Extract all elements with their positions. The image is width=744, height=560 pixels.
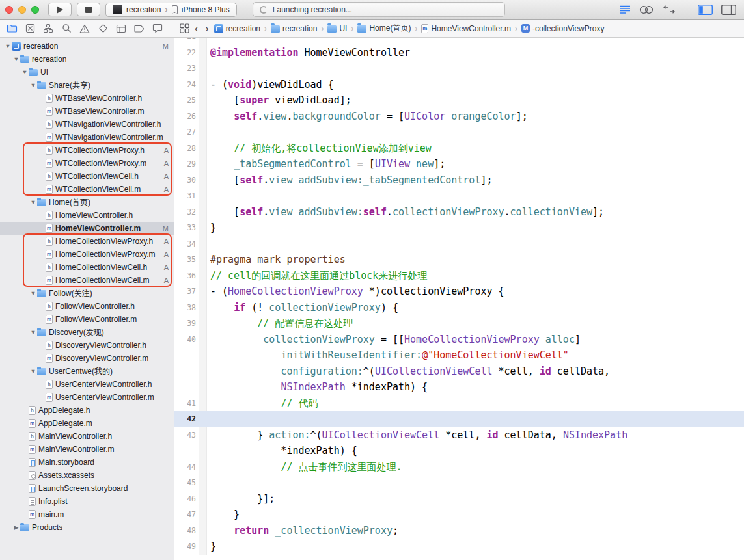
line-number[interactable]: 48: [174, 523, 199, 539]
tree-row[interactable]: mWTCollectionViewCell.mA: [0, 183, 174, 196]
line-number[interactable]: 26: [174, 109, 199, 125]
tree-row[interactable]: mMainViewController.m: [0, 443, 174, 456]
jumpbar-crumb[interactable]: Home(首页): [357, 23, 411, 34]
code-line[interactable]: 30 [self.view addSubview:_tabSegmentedCo…: [174, 172, 744, 189]
tree-row[interactable]: hAppDelegate.h: [0, 404, 174, 417]
tree-row[interactable]: mHomeCollectionViewProxy.mA: [0, 248, 174, 261]
project-navigator-icon[interactable]: [6, 23, 18, 34]
line-number[interactable]: 47: [174, 507, 199, 523]
code-line[interactable]: 22@implementation HomeViewController: [174, 45, 744, 61]
test-navigator-icon[interactable]: [97, 23, 109, 34]
tree-row[interactable]: Assets.xcassets: [0, 469, 174, 482]
tree-row[interactable]: hHomeCollectionViewProxy.hA: [0, 235, 174, 248]
tree-row[interactable]: hFollowViewController.h: [0, 300, 174, 313]
tree-row[interactable]: ▼recreationM: [0, 40, 174, 53]
related-items-button[interactable]: [180, 23, 189, 33]
tree-row[interactable]: ▶Products: [0, 521, 174, 534]
line-number[interactable]: 31: [174, 188, 199, 204]
line-number[interactable]: 45: [174, 475, 199, 491]
line-number[interactable]: 23: [174, 60, 199, 77]
code-line[interactable]: 43 } action:^(UICollectionViewCell *cell…: [174, 427, 744, 444]
line-number[interactable]: 44: [174, 459, 199, 475]
tree-row[interactable]: hUserCenterViewController.h: [0, 378, 174, 391]
line-number[interactable]: 22: [174, 45, 199, 61]
line-number[interactable]: 34: [174, 236, 199, 252]
jumpbar-crumb[interactable]: mHomeViewController.m: [421, 24, 511, 33]
tree-row[interactable]: hHomeCollectionViewCell.hA: [0, 261, 174, 274]
tree-row[interactable]: ▼UserCentwe(我的): [0, 365, 174, 378]
tree-row[interactable]: mUserCenterViewController.m: [0, 391, 174, 404]
standard-editor-button[interactable]: [619, 5, 631, 14]
code-line[interactable]: 41 // 代码: [174, 395, 744, 412]
debug-navigator-icon[interactable]: [115, 23, 127, 34]
code-line[interactable]: 34: [174, 236, 744, 252]
line-number[interactable]: 40: [174, 332, 199, 348]
tree-row[interactable]: mHomeCollectionViewCell.mA: [0, 274, 174, 287]
code-line[interactable]: 46 }];: [174, 491, 744, 507]
tree-row[interactable]: mFollowViewController.m: [0, 313, 174, 326]
symbol-navigator-icon[interactable]: [42, 23, 54, 34]
tree-row[interactable]: mAppDelegate.m: [0, 417, 174, 430]
tree-row[interactable]: ▼Share(共享): [0, 79, 174, 92]
jumpbar-crumb[interactable]: recreation: [271, 24, 317, 33]
disclosure-triangle[interactable]: ▶: [12, 524, 20, 531]
source-editor[interactable]: 2122@implementation HomeViewController23…: [174, 38, 744, 560]
line-number[interactable]: [174, 443, 199, 459]
code-line[interactable]: 29 _tabSegmentedControl = [UIView new];: [174, 156, 744, 172]
code-line[interactable]: 28 // 初始化,将collectionView添加到view: [174, 140, 744, 157]
breakpoint-navigator-icon[interactable]: [133, 23, 145, 34]
tree-row[interactable]: ▼UI: [0, 66, 174, 79]
line-number[interactable]: 37: [174, 284, 199, 300]
code-line[interactable]: initWithReuseIdentifier:@"HomeCollection…: [174, 347, 744, 364]
tree-row[interactable]: hMainViewController.h: [0, 430, 174, 443]
code-line[interactable]: 21: [174, 38, 744, 45]
line-number[interactable]: 39: [174, 315, 199, 332]
stop-button[interactable]: [77, 3, 100, 16]
tree-row[interactable]: ▼Discovery(发现): [0, 326, 174, 339]
disclosure-triangle[interactable]: ▼: [29, 199, 37, 206]
minimize-button[interactable]: [18, 6, 26, 14]
tree-row[interactable]: hWTNavigationViewController.h: [0, 118, 174, 131]
code-line[interactable]: 39 // 配置信息在这处理: [174, 315, 744, 332]
tree-row[interactable]: mHomeViewController.mM: [0, 222, 174, 235]
disclosure-triangle[interactable]: ▼: [21, 69, 29, 75]
line-number[interactable]: 35: [174, 252, 199, 268]
code-line[interactable]: 35#pragma mark properties: [174, 252, 744, 268]
run-button[interactable]: [48, 3, 72, 16]
tree-row[interactable]: hDiscoveryViewController.h: [0, 339, 174, 352]
line-number[interactable]: 24: [174, 77, 199, 93]
code-line[interactable]: 24- (void)viewDidLoad {: [174, 77, 744, 93]
scheme-selector[interactable]: recreation › iPhone 8 Plus: [105, 3, 237, 17]
tree-row[interactable]: mDiscoveryViewController.m: [0, 352, 174, 365]
tree-row[interactable]: ▼Follow(关注): [0, 287, 174, 300]
source-control-navigator-icon[interactable]: [24, 23, 36, 34]
issue-navigator-icon[interactable]: [79, 23, 90, 34]
line-number[interactable]: 27: [174, 124, 199, 140]
line-number[interactable]: 28: [174, 140, 199, 157]
current-line[interactable]: 42: [174, 411, 744, 427]
code-line[interactable]: NSIndexPath *indexPath) {: [174, 379, 744, 395]
tree-row[interactable]: ▼Home(首页): [0, 196, 174, 209]
line-number[interactable]: 25: [174, 92, 199, 109]
code-line[interactable]: 33}: [174, 220, 744, 236]
line-number[interactable]: 30: [174, 172, 199, 189]
line-number[interactable]: 46: [174, 491, 199, 507]
code-line[interactable]: configuration:^(UICollectionViewCell *ce…: [174, 364, 744, 380]
back-button[interactable]: ‹: [193, 23, 200, 34]
tree-row[interactable]: Main.storyboard: [0, 456, 174, 469]
version-editor-button[interactable]: [662, 5, 676, 14]
code-line[interactable]: 25 [super viewDidLoad];: [174, 92, 744, 109]
report-navigator-icon[interactable]: [152, 23, 163, 34]
disclosure-triangle[interactable]: ▼: [12, 56, 20, 62]
tree-row[interactable]: Info.plist: [0, 495, 174, 508]
code-line[interactable]: *indexPath) {: [174, 443, 744, 459]
zoom-button[interactable]: [31, 6, 39, 14]
close-button[interactable]: [5, 6, 13, 14]
tree-row[interactable]: mWTBaseViewController.m: [0, 105, 174, 118]
disclosure-triangle[interactable]: ▼: [29, 368, 37, 375]
code-line[interactable]: 36// cell的回调就在这里面通过block来进行处理: [174, 268, 744, 284]
utilities-panel-toggle[interactable]: [721, 5, 736, 15]
code-line[interactable]: 48 return _collectionViewProxy;: [174, 523, 744, 539]
line-number[interactable]: 42: [174, 411, 199, 427]
tree-row[interactable]: ▼recreation: [0, 53, 174, 66]
